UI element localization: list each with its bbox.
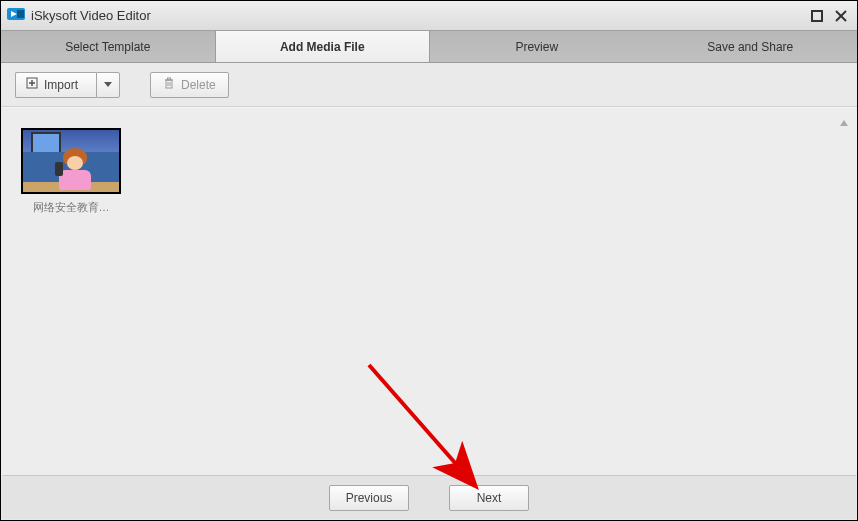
media-item-label: 网络安全教育…	[21, 200, 121, 215]
app-title: iSkysoft Video Editor	[31, 8, 151, 23]
toolbar: Import Delete	[1, 63, 857, 107]
chevron-down-icon	[103, 78, 113, 92]
svg-rect-2	[17, 10, 24, 18]
import-icon	[26, 77, 38, 92]
svg-rect-10	[166, 80, 172, 88]
delete-label: Delete	[181, 78, 216, 92]
footer: Previous Next	[2, 475, 856, 519]
wizard-tabs: Select Template Add Media File Preview S…	[1, 31, 857, 63]
tab-save-and-share[interactable]: Save and Share	[644, 31, 858, 62]
svg-marker-15	[840, 120, 848, 126]
tab-add-media-file[interactable]: Add Media File	[215, 31, 431, 62]
delete-button[interactable]: Delete	[150, 72, 229, 98]
import-dropdown[interactable]	[96, 72, 120, 98]
import-label: Import	[44, 78, 78, 92]
titlebar: iSkysoft Video Editor	[1, 1, 857, 31]
close-button[interactable]	[831, 7, 851, 25]
import-button[interactable]: Import	[15, 72, 96, 98]
svg-rect-3	[812, 11, 822, 21]
tab-preview[interactable]: Preview	[430, 31, 644, 62]
next-button[interactable]: Next	[449, 485, 529, 511]
tab-select-template[interactable]: Select Template	[1, 31, 215, 62]
previous-button[interactable]: Previous	[329, 485, 409, 511]
media-thumbnail	[21, 128, 121, 194]
media-area[interactable]: 网络安全教育…	[1, 107, 857, 477]
import-button-group: Import	[15, 72, 120, 98]
scroll-up-icon[interactable]	[839, 118, 849, 130]
svg-rect-14	[168, 78, 171, 80]
maximize-button[interactable]	[807, 7, 827, 25]
svg-marker-9	[104, 82, 112, 87]
app-logo-icon	[7, 6, 25, 25]
trash-icon	[163, 77, 175, 92]
media-item[interactable]: 网络安全教育…	[21, 128, 121, 215]
